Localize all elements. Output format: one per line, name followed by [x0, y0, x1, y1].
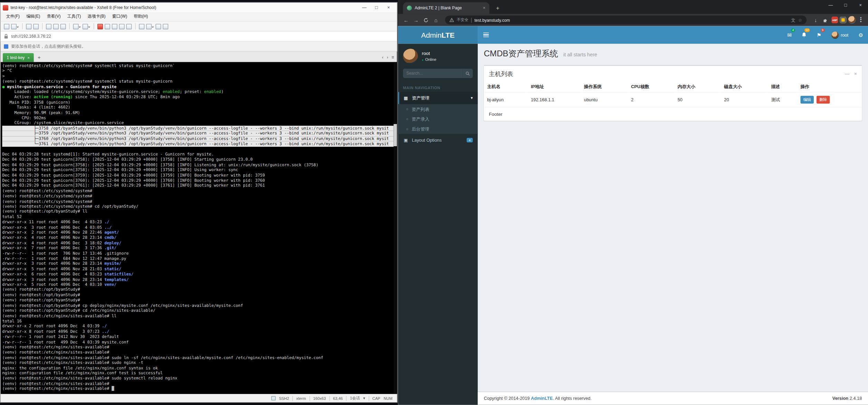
sessions-dropdown-icon[interactable]: ▾: [363, 396, 365, 401]
paste-icon[interactable]: [60, 23, 66, 29]
terminal-line: -rw-r--r-- 1 root root 684 Nov 12 12:47 …: [2, 256, 397, 261]
sidebar-item-assets[interactable]: ▦ 资产管理 ▾: [398, 92, 478, 104]
collapse-icon[interactable]: —: [845, 72, 849, 76]
properties-icon[interactable]: [155, 23, 161, 29]
tab-close-icon[interactable]: ×: [483, 6, 485, 10]
more-icon[interactable]: [163, 23, 168, 29]
back-button[interactable]: ←: [402, 16, 410, 24]
messages-menu[interactable]: ✉ 4: [782, 26, 797, 44]
new-tab-button[interactable]: +: [35, 54, 43, 61]
lock-icon: [4, 34, 8, 39]
font-size-icon[interactable]: [83, 23, 88, 29]
terminal[interactable]: (venv) root@test:/etc/systemd/system# sy…: [1, 62, 397, 394]
browser-menu-icon[interactable]: •••: [858, 17, 864, 22]
notifications-menu[interactable]: 10: [797, 26, 811, 44]
brand-logo[interactable]: AdminLTE: [398, 26, 478, 44]
url-text[interactable]: test.byanstudy.com: [474, 17, 788, 22]
toolbar-separator: [135, 23, 136, 29]
security-label[interactable]: 不安全: [457, 17, 468, 23]
terminal-scrollbar-thumb[interactable]: [394, 124, 397, 146]
new-tab-button[interactable]: +: [493, 3, 502, 12]
terminal-line: drwxr-xr-x 2 root root 4096 Dec 4 03:39 …: [2, 323, 397, 329]
delete-button[interactable]: 删除: [817, 96, 830, 103]
menu-window[interactable]: 窗口(W): [109, 14, 131, 19]
open-sessions-icon[interactable]: [11, 23, 17, 29]
sidebar-item-asset-entry[interactable]: ○ 资产录入: [398, 114, 478, 124]
control-sidebar-toggle[interactable]: ⚙: [853, 26, 868, 44]
box-footer-text: Footer: [489, 111, 502, 117]
menu-help[interactable]: 帮助(H): [131, 14, 151, 19]
minimize-button[interactable]: —: [823, 0, 838, 10]
close-icon[interactable]: ×: [854, 72, 857, 76]
menu-file[interactable]: 文件(F): [3, 14, 23, 19]
bookmark-star-icon[interactable]: ☆: [798, 17, 802, 22]
status-sessions[interactable]: 1会话: [350, 395, 360, 401]
lock-screen-icon[interactable]: [119, 23, 125, 29]
address-bar[interactable]: 不安全 test.byanstudy.com 文 ☆: [445, 16, 807, 25]
col-cpu: CPU核数: [628, 82, 674, 92]
chevron-down-icon: ▾: [471, 96, 473, 100]
menu-tools[interactable]: 工具(T): [64, 14, 84, 19]
profile-avatar[interactable]: [848, 16, 856, 23]
browser-tab[interactable]: AdminLTE 2 | Blank Page ×: [403, 2, 489, 14]
tab-scroll-right-icon[interactable]: ›: [387, 55, 388, 60]
box-title: 主机列表: [489, 70, 513, 78]
reload-button[interactable]: [422, 16, 430, 24]
edit-button[interactable]: 编辑: [800, 96, 813, 103]
menu-tabs[interactable]: 选项卡(B): [84, 14, 109, 19]
terminal-line: (venv) root@test:/etc/systemd/system# sy…: [2, 63, 397, 68]
maximize-button[interactable]: □: [370, 4, 382, 11]
terminal-scrollbar[interactable]: [394, 62, 397, 394]
sidebar-item-admin-backend[interactable]: ○ 后台管理: [398, 124, 478, 134]
sidebar-item-asset-list[interactable]: ○ 资产列表: [398, 104, 478, 114]
xshell-titlebar[interactable]: test-key - root@test:/etc/nginx/sites-av…: [1, 3, 397, 12]
compose-icon[interactable]: [126, 23, 132, 29]
cut-icon[interactable]: [46, 23, 51, 29]
copy-icon[interactable]: [53, 23, 59, 29]
sidebar-item-layout-options[interactable]: ▣ Layout Options 4: [398, 134, 478, 146]
new-session-icon[interactable]: [4, 23, 9, 29]
col-desc: 描述: [768, 82, 797, 92]
user-menu[interactable]: root: [826, 26, 853, 44]
tab-scroll-left-icon[interactable]: ‹: [382, 55, 383, 60]
tasks-menu[interactable]: ⚑ 9: [812, 26, 827, 44]
minimize-button[interactable]: —: [358, 4, 370, 11]
file-transfer-icon[interactable]: [139, 23, 144, 29]
extension-adblock-icon[interactable]: ABP: [831, 17, 838, 23]
toolbar-separator: [22, 23, 23, 29]
box-footer: Footer: [484, 107, 862, 121]
terminal-line: (venv) root@test:/opt/byanStudy# ll: [2, 209, 397, 214]
record-icon[interactable]: [97, 23, 103, 29]
xshell-address-bar[interactable]: ssh://192.168.3.76:22: [1, 31, 397, 41]
sidebar-toggle-icon[interactable]: [478, 26, 494, 44]
layout-icon[interactable]: [146, 23, 152, 29]
xshell-toolbar: [1, 21, 397, 31]
session-tab[interactable]: 1 test-key ×: [3, 53, 34, 62]
sidebar-user-status[interactable]: ● Online: [422, 58, 436, 62]
fullscreen-icon[interactable]: [112, 23, 117, 29]
menu-view[interactable]: 查看(V): [44, 14, 64, 19]
top-navbar: ✉ 4 10 ⚑ 9: [478, 26, 868, 44]
disconnect-icon[interactable]: [33, 23, 39, 29]
tab-close-icon[interactable]: ×: [27, 56, 30, 59]
menu-edit[interactable]: 编辑(E): [23, 14, 44, 19]
adminlte-link[interactable]: AdminLTE: [531, 396, 553, 401]
translate-icon[interactable]: 文: [791, 17, 795, 23]
xshell-notice-bar: 要添加当前会话，点击左侧的箭头按钮。: [1, 41, 397, 51]
forward-button[interactable]: →: [412, 16, 420, 24]
connect-icon[interactable]: [26, 23, 31, 29]
close-button[interactable]: ×: [853, 0, 868, 10]
search-button[interactable]: [463, 69, 473, 78]
extensions-puzzle-icon[interactable]: [821, 16, 830, 24]
find-icon[interactable]: [73, 23, 79, 29]
extension-icon[interactable]: [840, 17, 846, 23]
tab-list-icon[interactable]: ≡: [392, 55, 394, 60]
home-button[interactable]: ⌂: [432, 16, 440, 24]
tile-icon[interactable]: [105, 23, 110, 29]
online-dot-icon: ●: [422, 58, 423, 61]
terminal-line: -rw-r--r-- 1 root root 499 Dec 4 03:39 m…: [2, 339, 397, 345]
close-button[interactable]: ×: [382, 4, 394, 11]
maximize-button[interactable]: □: [838, 0, 853, 10]
search-input[interactable]: [403, 69, 463, 78]
downloads-icon[interactable]: ↓: [812, 16, 820, 24]
